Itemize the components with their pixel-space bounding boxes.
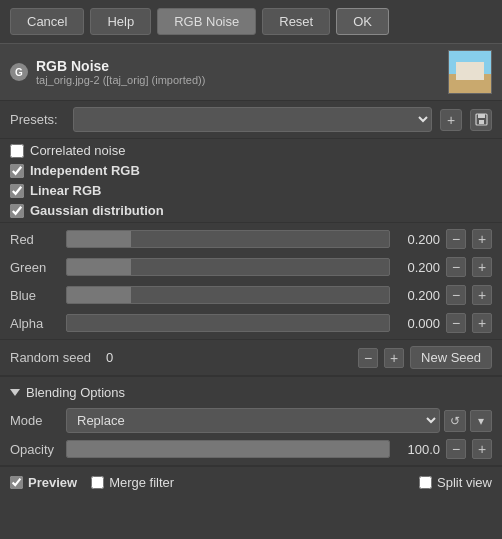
slider-plus-alpha[interactable]: + [472,313,492,333]
slider-minus-red[interactable]: − [446,229,466,249]
ok-button[interactable]: OK [336,8,389,35]
linear-rgb-label[interactable]: Linear RGB [30,183,102,198]
mode-row: Mode Replace Normal Multiply ↺ ▾ [10,404,492,437]
sliders-section: Red 0.200 − + Green 0.200 − + Blue 0.200… [0,223,502,339]
opacity-row: Opacity 100.0 − + [10,437,492,461]
correlated-noise-row: Correlated noise [10,143,492,158]
preview-checkbox[interactable] [10,476,23,489]
slider-plus-blue[interactable]: + [472,285,492,305]
independent-rgb-checkbox[interactable] [10,164,24,178]
seed-plus-button[interactable]: + [384,348,404,368]
opacity-label: Opacity [10,442,60,457]
opacity-plus-button[interactable]: + [472,439,492,459]
new-seed-button[interactable]: New Seed [410,346,492,369]
split-view-checkbox[interactable] [419,476,432,489]
random-seed-row: Random seed 0 − + New Seed [0,340,502,375]
slider-track-alpha[interactable] [66,314,390,332]
expand-icon [10,389,20,396]
slider-minus-green[interactable]: − [446,257,466,277]
opacity-value: 100.0 [396,442,440,457]
svg-rect-2 [479,120,484,124]
opacity-slider[interactable] [66,440,390,458]
opacity-minus-button[interactable]: − [446,439,466,459]
split-view-check-row: Split view [419,475,492,490]
filter-icon: G [10,63,28,81]
footer: Preview Merge filter Split view [0,466,502,498]
blending-title: Blending Options [26,385,125,400]
slider-row-alpha: Alpha 0.000 − + [10,311,492,335]
slider-row-blue: Blue 0.200 − + [10,283,492,307]
presets-row: Presets: + [0,101,502,138]
save-preset-button[interactable] [470,109,492,131]
slider-value-alpha: 0.000 [396,316,440,331]
svg-rect-1 [478,114,485,118]
slider-minus-blue[interactable]: − [446,285,466,305]
slider-row-red: Red 0.200 − + [10,227,492,251]
gaussian-checkbox[interactable] [10,204,24,218]
correlated-noise-label[interactable]: Correlated noise [30,143,125,158]
filter-title: RGB Noise [36,58,205,74]
slider-plus-red[interactable]: + [472,229,492,249]
toolbar: Cancel Help RGB Noise Reset OK [0,0,502,43]
header-left: G RGB Noise taj_orig.jpg-2 ([taj_orig] (… [10,58,205,86]
slider-label-blue: Blue [10,288,60,303]
slider-label-alpha: Alpha [10,316,60,331]
seed-minus-button[interactable]: − [358,348,378,368]
gaussian-label[interactable]: Gaussian distribution [30,203,164,218]
slider-plus-green[interactable]: + [472,257,492,277]
save-icon [475,113,488,126]
seed-label: Random seed [10,350,100,365]
linear-rgb-checkbox[interactable] [10,184,24,198]
merge-filter-label[interactable]: Merge filter [109,475,174,490]
help-button[interactable]: Help [90,8,151,35]
seed-value: 0 [106,350,352,365]
merge-filter-checkbox[interactable] [91,476,104,489]
slider-label-green: Green [10,260,60,275]
split-view-label[interactable]: Split view [437,475,492,490]
add-preset-button[interactable]: + [440,109,462,131]
merge-filter-check-row: Merge filter [91,475,174,490]
correlated-noise-checkbox[interactable] [10,144,24,158]
slider-value-blue: 0.200 [396,288,440,303]
independent-rgb-label[interactable]: Independent RGB [30,163,140,178]
slider-value-red: 0.200 [396,232,440,247]
slider-row-green: Green 0.200 − + [10,255,492,279]
reset-button[interactable]: Reset [262,8,330,35]
rgb-noise-button[interactable]: RGB Noise [157,8,256,35]
cancel-button[interactable]: Cancel [10,8,84,35]
filter-subtitle: taj_orig.jpg-2 ([taj_orig] (imported)) [36,74,205,86]
presets-label: Presets: [10,112,65,127]
preview-label[interactable]: Preview [28,475,77,490]
mode-options-button[interactable]: ▾ [470,410,492,432]
independent-rgb-row: Independent RGB [10,163,492,178]
slider-value-green: 0.200 [396,260,440,275]
checkboxes-section: Correlated noise Independent RGB Linear … [0,139,502,222]
header-info: RGB Noise taj_orig.jpg-2 ([taj_orig] (im… [36,58,205,86]
slider-minus-alpha[interactable]: − [446,313,466,333]
mode-select[interactable]: Replace Normal Multiply [66,408,440,433]
slider-track-blue[interactable] [66,286,390,304]
header: G RGB Noise taj_orig.jpg-2 ([taj_orig] (… [0,43,502,101]
preview-check-row: Preview [10,475,77,490]
mode-label: Mode [10,413,60,428]
slider-track-red[interactable] [66,230,390,248]
blending-section: Blending Options Mode Replace Normal Mul… [0,376,502,465]
reset-mode-button[interactable]: ↺ [444,410,466,432]
presets-select[interactable] [73,107,432,132]
gaussian-row: Gaussian distribution [10,203,492,218]
image-thumbnail [448,50,492,94]
slider-label-red: Red [10,232,60,247]
blending-header[interactable]: Blending Options [10,381,492,404]
linear-rgb-row: Linear RGB [10,183,492,198]
slider-track-green[interactable] [66,258,390,276]
mode-select-wrapper: Replace Normal Multiply ↺ ▾ [66,408,492,433]
